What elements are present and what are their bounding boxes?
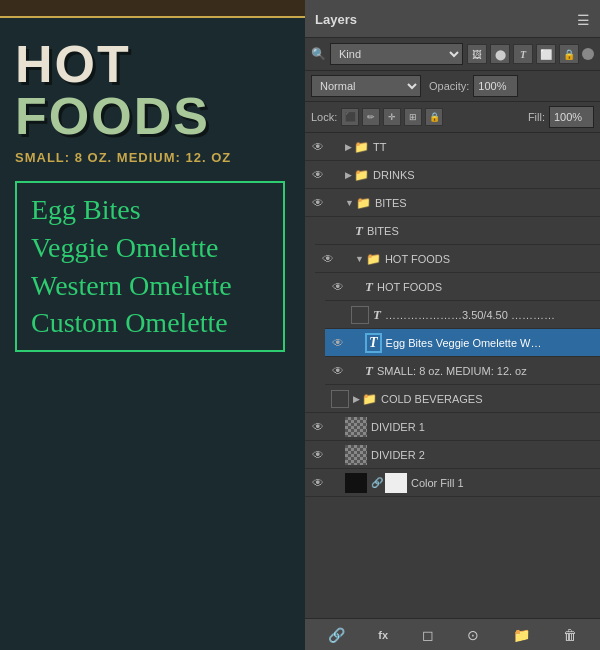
layer-row[interactable]: 👁 T SMALL: 8 oz. MEDIUM: 12. oz (325, 357, 600, 385)
hot-foods-title: HOT FOODS (0, 18, 305, 150)
search-icon: 🔍 (311, 47, 326, 61)
hot-text: HOT (15, 35, 131, 93)
layer-thumbnail-colorfill-white (385, 473, 407, 493)
delete-layer-btn[interactable]: 🗑 (559, 625, 581, 645)
lock-pixels-btn[interactable]: ✏ (362, 108, 380, 126)
filter-icon-shape[interactable]: ⬜ (536, 44, 556, 64)
layer-row[interactable]: 👁 ▶ 📁 TT (305, 133, 600, 161)
fill-input[interactable] (549, 106, 594, 128)
layer-row[interactable]: 👁 ▶ 📁 DRINKS (305, 161, 600, 189)
eye-visibility-tt[interactable]: 👁 (305, 140, 331, 154)
lock-transparent-btn[interactable]: ⬛ (341, 108, 359, 126)
layer-row[interactable]: 👁 T Egg Bites Veggie Omelette W… (325, 329, 600, 357)
filter-row: 🔍 Kind 🖼 ⬤ T ⬜ 🔒 (305, 38, 600, 71)
filter-icon-image[interactable]: 🖼 (467, 44, 487, 64)
foods-text: FOODS (15, 87, 210, 145)
layer-checkbox[interactable] (331, 390, 349, 408)
eye-visibility-bites[interactable]: 👁 (305, 196, 331, 210)
text-layer-icon: T (365, 279, 373, 295)
menu-item-2: Veggie Omelette (31, 229, 269, 267)
menu-item-3: Western Omelette (31, 267, 269, 305)
layer-row[interactable]: T BITES (315, 217, 600, 245)
eye-visibility-divider1[interactable]: 👁 (305, 420, 331, 434)
layer-checkbox[interactable] (351, 306, 369, 324)
layer-thumbnail-colorfill-black (345, 473, 367, 493)
text-layer-icon: T (355, 223, 363, 239)
layer-row[interactable]: 👁 🔗 Color Fill 1 (305, 469, 600, 497)
arrow-icon: ▶ (345, 170, 352, 180)
lock-artboard-btn[interactable]: ⊞ (404, 108, 422, 126)
text-layer-icon-selected: T (365, 333, 382, 353)
filter-icon-smart[interactable]: 🔒 (559, 44, 579, 64)
filter-kind-select[interactable]: Kind (330, 43, 463, 65)
eye-visibility-hotfoods-t[interactable]: 👁 (325, 280, 351, 294)
layers-toolbar: 🔗 fx ◻ ⊙ 📁 🗑 (305, 618, 600, 650)
eye-visibility-eggbites[interactable]: 👁 (325, 336, 351, 350)
lock-fill-row: Lock: ⬛ ✏ ✛ ⊞ 🔒 Fill: (305, 102, 600, 133)
folder-icon: 📁 (354, 168, 369, 182)
top-decorative-bar (0, 0, 305, 18)
layer-row[interactable]: 👁 DIVIDER 2 (305, 441, 600, 469)
layer-name-small8oz: SMALL: 8 oz. MEDIUM: 12. oz (377, 365, 596, 377)
arrow-icon: ▶ (353, 394, 360, 404)
menu-item-4: Custom Omelette (31, 304, 269, 342)
layer-row[interactable]: T …………………3.50/4.50 ………… (325, 301, 600, 329)
fill-label: Fill: (528, 111, 545, 123)
layer-name-cold-beverages: COLD BEVERAGES (381, 393, 596, 405)
layers-panel: Layers ☰ 🔍 Kind 🖼 ⬤ T ⬜ 🔒 Normal Multipl… (305, 0, 600, 650)
blend-opacity-row: Normal Multiply Screen Overlay Opacity: (305, 71, 600, 102)
layer-name-hotfoods: HOT FOODS (385, 253, 596, 265)
folder-icon: 📁 (366, 252, 381, 266)
text-layer-icon: T (373, 307, 381, 323)
layer-name-eggbites: Egg Bites Veggie Omelette W… (386, 337, 596, 349)
layers-list: 👁 ▶ 📁 TT 👁 ▶ 📁 DRINKS 👁 ▼ 📁 BITES (305, 133, 600, 618)
eye-icon: 👁 (312, 448, 324, 462)
blend-mode-select[interactable]: Normal Multiply Screen Overlay (311, 75, 421, 97)
layer-row[interactable]: 👁 ▼ 📁 HOT FOODS (315, 245, 600, 273)
layer-name-dotted: …………………3.50/4.50 ………… (385, 309, 596, 321)
folder-icon: 📁 (362, 392, 377, 406)
eye-icon: 👁 (312, 140, 324, 154)
arrow-icon: ▼ (345, 198, 354, 208)
layers-menu-icon[interactable]: ☰ (577, 12, 590, 28)
subtitle-text: SMALL: 8 OZ. MEDIUM: 12. OZ (0, 150, 305, 177)
eye-visibility-divider2[interactable]: 👁 (305, 448, 331, 462)
eye-visibility-small8oz[interactable]: 👁 (325, 364, 351, 378)
eye-icon: 👁 (332, 280, 344, 294)
arrow-icon: ▼ (355, 254, 364, 264)
layer-name-hotfoods-text: HOT FOODS (377, 281, 596, 293)
group-layers-btn[interactable]: 📁 (509, 625, 534, 645)
opacity-input[interactable] (473, 75, 518, 97)
layer-row[interactable]: 👁 ▼ 📁 BITES (305, 189, 600, 217)
layer-row[interactable]: ▶ 📁 COLD BEVERAGES (305, 385, 600, 413)
layer-name-bites: BITES (375, 197, 596, 209)
layer-name-divider1: DIVIDER 1 (371, 421, 596, 433)
filter-icons-group: 🖼 ⬤ T ⬜ 🔒 (467, 44, 594, 64)
canvas-left-panel: HOT FOODS SMALL: 8 OZ. MEDIUM: 12. OZ Eg… (0, 0, 305, 650)
adjustment-layer-btn[interactable]: ⊙ (463, 625, 483, 645)
filter-icon-text[interactable]: T (513, 44, 533, 64)
layer-name-tt: TT (373, 141, 596, 153)
layer-name-bites-text: BITES (367, 225, 596, 237)
arrow-icon: ▶ (345, 142, 352, 152)
layer-name-drinks: DRINKS (373, 169, 596, 181)
eye-visibility-drinks[interactable]: 👁 (305, 168, 331, 182)
folder-icon: 📁 (356, 196, 371, 210)
add-mask-btn[interactable]: ◻ (418, 625, 438, 645)
layer-row[interactable]: 👁 T HOT FOODS (325, 273, 600, 301)
layers-title: Layers (315, 12, 357, 27)
opacity-label: Opacity: (429, 80, 469, 92)
layer-thumbnail-divider1 (345, 417, 367, 437)
eye-icon: 👁 (312, 168, 324, 182)
filter-toggle-circle[interactable] (582, 48, 594, 60)
link-layers-btn[interactable]: 🔗 (324, 625, 349, 645)
layer-name-colorfill: Color Fill 1 (411, 477, 596, 489)
eye-visibility-hotfoods[interactable]: 👁 (315, 252, 341, 266)
lock-position-btn[interactable]: ✛ (383, 108, 401, 126)
fx-btn[interactable]: fx (374, 627, 392, 643)
layers-header: Layers ☰ (305, 0, 600, 38)
eye-visibility-colorfill[interactable]: 👁 (305, 476, 331, 490)
lock-all-btn[interactable]: 🔒 (425, 108, 443, 126)
filter-icon-adjust[interactable]: ⬤ (490, 44, 510, 64)
layer-row[interactable]: 👁 DIVIDER 1 (305, 413, 600, 441)
